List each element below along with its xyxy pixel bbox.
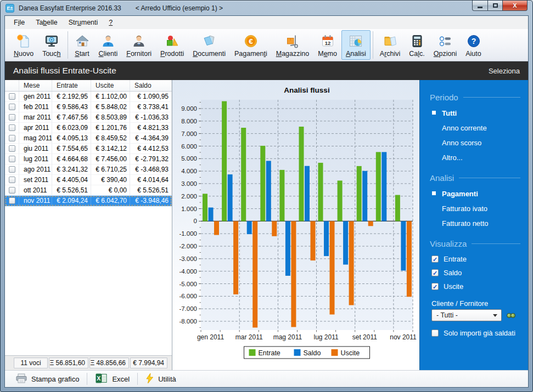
binoculars-icon[interactable]	[507, 313, 515, 318]
svg-text:nov 2011: nov 2011	[390, 333, 417, 341]
row-checkbox[interactable]	[9, 197, 15, 204]
cell-uscite: € 3.142,12	[91, 144, 130, 154]
aiuto-icon: ?	[466, 33, 481, 49]
flows-chart: -8.000-7.000-6.000-5.000-4.000-3.000-2.0…	[172, 81, 419, 370]
toolbar-archivi-button[interactable]: Archivi	[375, 30, 405, 60]
menu-file[interactable]: File	[8, 17, 30, 28]
table-row-mar-2011[interactable]: mar 2011 € 7.467,56 € 8.503,89 € -1.036,…	[5, 112, 172, 123]
sidebar-item-altro[interactable]: Altro...	[420, 150, 528, 165]
excel-button[interactable]: X Excel	[89, 371, 136, 387]
toolbar-memo-button[interactable]: 12 Memo	[313, 30, 341, 60]
sidebar-item-tutti[interactable]: Tutti	[420, 106, 528, 121]
column-header-entrate[interactable]: Entrate	[52, 80, 91, 91]
table-row-gen-2011[interactable]: gen 2011 € 2.192,95 € 1.102,00 € 1.090,9…	[5, 92, 172, 102]
toolbar-nuovo-button[interactable]: Nuovo	[9, 30, 38, 60]
table-row-mag-2011[interactable]: mag 2011 € 4.095,13 € 8.459,52 € -4.364,…	[5, 133, 172, 144]
table-row-ott-2011[interactable]: ott 2011 € 5.526,51 € 0,00 € 5.526,51	[5, 185, 172, 196]
menu-tabelle[interactable]: Tabelle	[30, 17, 63, 28]
sidebar-checkbox-saldo[interactable]: ✓ Saldo	[420, 266, 528, 280]
svg-text:-7.000: -7.000	[179, 305, 197, 312]
stampa-grafico-button[interactable]: Stampa grafico	[9, 371, 85, 387]
row-checkbox[interactable]	[9, 156, 15, 162]
column-header-saldo[interactable]: Saldo	[130, 80, 172, 91]
table-row-set-2011[interactable]: set 2011 € 4.405,04 € 390,40 € 4.014,64	[5, 175, 172, 185]
row-checkbox[interactable]	[9, 166, 15, 173]
menu-strumenti[interactable]: Strumenti	[63, 17, 104, 28]
toolbar-opzioni-button[interactable]: Opzioni	[429, 30, 461, 60]
bar-uscite-gen-2011	[214, 221, 219, 235]
cell-mese: ott 2011	[19, 185, 52, 196]
title-bar[interactable]: E± Danea Easyfatt Enterprise 2016.33< Ar…	[1, 1, 532, 15]
bar-uscite-mar-2011	[253, 221, 257, 327]
svg-text:Uscite: Uscite	[341, 349, 360, 357]
table-row-lug-2011[interactable]: lug 2011 € 4.664,68 € 7.456,00 € -2.791,…	[5, 154, 172, 164]
memo-icon: 12	[320, 33, 335, 49]
row-checkbox[interactable]	[9, 135, 15, 141]
toolbar-magazzino-button[interactable]: Magazzino	[272, 30, 313, 60]
menu-help[interactable]: ?	[103, 17, 118, 28]
toolbar-calc-button[interactable]: Calc.	[405, 30, 429, 60]
row-checkbox[interactable]	[9, 124, 15, 131]
client-filter-dropdown[interactable]: - Tutti -	[431, 309, 502, 321]
cell-saldo: € 4.014,64	[130, 175, 172, 185]
bar-saldo-lug-2011	[324, 221, 329, 256]
cell-uscite: € 7.456,00	[91, 154, 130, 164]
row-checkbox[interactable]	[9, 93, 15, 100]
row-checkbox[interactable]	[9, 114, 15, 121]
table-row-giu-2011[interactable]: giu 2011 € 7.554,65 € 3.142,12 € 4.412,5…	[5, 144, 172, 154]
toolbar-touch-button[interactable]: Touch	[38, 30, 65, 60]
row-checkbox[interactable]	[9, 145, 15, 152]
sidebar-section-analisi: Analisi	[430, 173, 520, 183]
row-checkbox[interactable]	[9, 177, 15, 183]
row-checkbox[interactable]	[9, 104, 15, 110]
maximize-button[interactable]	[488, 1, 503, 11]
row-checkbox[interactable]	[9, 187, 15, 194]
close-button[interactable]: X	[503, 1, 528, 11]
minimize-button[interactable]	[472, 1, 488, 11]
seleziona-button[interactable]: Seleziona	[489, 67, 520, 75]
table-row-ago-2011[interactable]: ago 2011 € 3.241,32 € 6.710,25 € -3.468,…	[5, 164, 172, 175]
section-divider	[463, 97, 520, 98]
toolbar-start-button[interactable]: Start	[70, 30, 94, 60]
cell-saldo: € 1.090,95	[130, 92, 172, 102]
table-row-apr-2011[interactable]: apr 2011 € 6.023,09 € 1.201,76 € 4.821,3…	[5, 123, 172, 133]
utilit-button[interactable]: Utilità	[139, 371, 182, 387]
sidebar-item-fatturato-netto[interactable]: Fatturato netto	[420, 216, 528, 231]
page-title: Analisi flussi Entrate-Uscite	[13, 66, 116, 76]
section-divider	[472, 243, 520, 244]
sidebar-item-label: Fatturato netto	[442, 219, 489, 228]
cell-mese: apr 2011	[19, 123, 52, 133]
cell-uscite: € 8.503,89	[91, 112, 130, 123]
bar-saldo-apr-2011	[266, 161, 271, 221]
column-header-mese[interactable]: Mese	[19, 80, 52, 91]
touch-icon	[44, 33, 59, 49]
toolbar-prodotti-label: Prodotti	[160, 50, 184, 58]
table-row-nov-2011[interactable]: nov 2011 € 2.094,24 € 6.042,70 € -3.948,…	[5, 196, 172, 206]
table-row-feb-2011[interactable]: feb 2011 € 9.586,43 € 5.848,02 € 3.738,4…	[5, 102, 172, 112]
sidebar-item-anno-scorso[interactable]: Anno scorso	[420, 135, 528, 150]
toolbar-analisi-button[interactable]: Analisi	[341, 30, 371, 60]
toolbar-pagamenti-label: Pagamenti	[234, 50, 267, 58]
toolbar-prodotti-button[interactable]: Prodotti	[156, 30, 188, 60]
svg-text:-3.000: -3.000	[179, 255, 197, 262]
svg-text:-1.000: -1.000	[179, 230, 197, 237]
column-header-uscite[interactable]: Uscite	[91, 80, 130, 91]
column-header-checkbox[interactable]	[5, 80, 19, 91]
toolbar-documenti-button[interactable]: Documenti	[188, 30, 230, 60]
sidebar-checkbox-entrate[interactable]: ✓ Entrate	[420, 252, 528, 266]
toolbar-fornitori-button[interactable]: Fornitori	[122, 30, 156, 60]
toolbar-pagamenti-button[interactable]: € Pagamenti	[230, 30, 272, 60]
sidebar-item-label: Tutti	[442, 109, 457, 117]
sidebar-item-fatturato-ivato[interactable]: Fatturato ivato	[420, 201, 528, 216]
sidebar-checkbox-uscite[interactable]: ✓ Uscite	[420, 280, 528, 293]
sidebar-item-pagamenti[interactable]: Pagamenti	[420, 186, 528, 201]
table-header: MeseEntrateUsciteSaldo	[5, 80, 172, 92]
toolbar-aiuto-label: Aiuto	[465, 50, 481, 58]
sidebar-checkbox-solo-importi-gi-saldati[interactable]: Solo importi già saldati	[420, 326, 528, 340]
sidebar-item-anno-corrente[interactable]: Anno corrente	[420, 121, 528, 135]
client-filter-row: - Tutti -	[431, 309, 528, 321]
cell-uscite: € 1.102,00	[91, 92, 130, 102]
bar-entrate-gen-2011	[203, 194, 207, 221]
toolbar-clienti-button[interactable]: Clienti	[94, 30, 122, 60]
toolbar-aiuto-button[interactable]: ? Aiuto	[461, 30, 486, 60]
